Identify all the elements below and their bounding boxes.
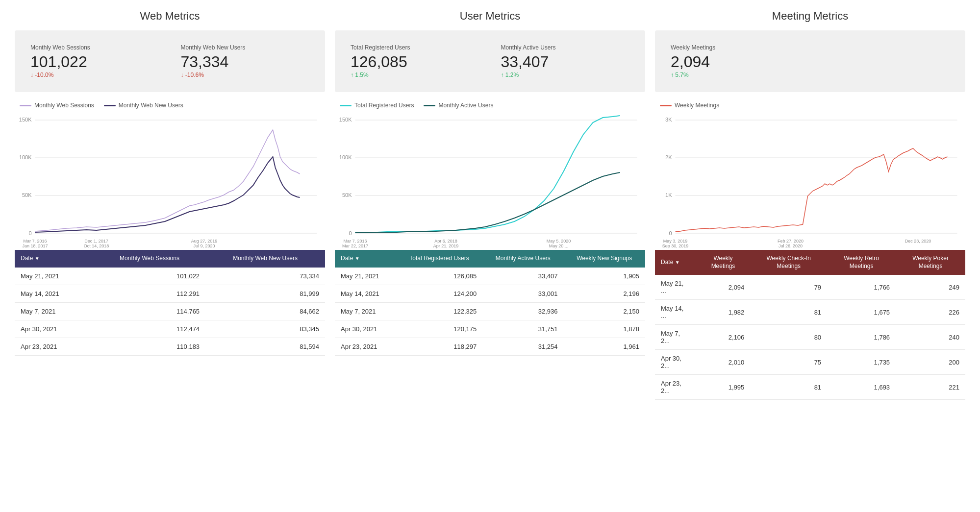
user-chart-legend: Total Registered Users Monthly Active Us… [335,102,645,109]
svg-text:150K: 150K [339,117,352,122]
user-table-cell-value: 122,325 [396,302,483,320]
user-table-cell-value: 2,196 [563,285,645,302]
user-table-cell-value: 120,175 [396,320,483,338]
web-sessions-legend-color [20,105,31,106]
web-table-cell-value: 112,474 [94,320,205,338]
meeting-table-cell-value: 249 [896,275,965,300]
meeting-table-col-weekly: Weekly Meetings [696,250,751,275]
monthly-active-kpi: Monthly Active Users 33,407 ↑ 1.2% [493,38,638,84]
web-table-col-new-users: Monthly Web New Users [205,250,325,268]
user-table-cell-date: May 14, 2021 [335,285,396,302]
weekly-meetings-legend-item: Weekly Meetings [660,102,719,109]
web-table-cell-value: 112,291 [94,285,205,302]
user-table-cell-date: May 7, 2021 [335,302,396,320]
meeting-table-col-poker: Weekly Poker Meetings [896,250,965,275]
user-table-col-date[interactable]: Date ▼ [335,250,396,268]
meeting-table-cell-value: 226 [896,300,965,325]
web-sessions-legend-item: Monthly Web Sessions [20,102,94,109]
svg-text:Mar 22, 2017: Mar 22, 2017 [342,244,368,248]
web-table-cell-value: 81,999 [205,285,325,302]
web-table-cell-date: May 7, 2021 [15,302,94,320]
user-table-col-signups: Weekly New Signups [563,250,645,268]
meeting-table-cell-value: 200 [896,350,965,375]
web-table-col-date[interactable]: Date ▼ [15,250,94,268]
meeting-table-cell-value: 240 [896,325,965,350]
meeting-table-cell-value: 1,766 [827,275,896,300]
weekly-meetings-kpi: Weekly Meetings 2,094 ↑ 5.7% [663,38,957,84]
svg-text:Dec 23, 2020: Dec 23, 2020 [905,239,931,244]
web-chart-legend: Monthly Web Sessions Monthly Web New Use… [15,102,325,109]
user-table-cell-date: Apr 23, 2021 [335,338,396,355]
user-table-row: Apr 23, 2021118,29731,2541,961 [335,338,645,355]
web-table-cell-value: 81,594 [205,338,325,355]
total-registered-value: 126,085 [351,54,479,70]
weekly-meetings-value: 2,094 [671,54,950,70]
svg-text:Apr 6, 2018: Apr 6, 2018 [434,239,457,244]
total-registered-change: ↑ 1.5% [351,72,479,78]
meeting-table-row: May 21, ...2,094791,766249 [655,275,965,300]
web-table-cell-value: 110,183 [94,338,205,355]
user-table-cell-date: Apr 30, 2021 [335,320,396,338]
user-table-cell-value: 33,001 [482,285,563,302]
svg-text:Mar 7, 2016: Mar 7, 2016 [23,239,47,244]
total-registered-kpi: Total Registered Users 126,085 ↑ 1.5% [343,38,487,84]
user-table-cell-value: 31,254 [482,338,563,355]
web-new-users-legend-label: Monthly Web New Users [119,102,183,109]
web-sessions-kpi: Monthly Web Sessions 101,022 ↓ -10.0% [23,38,167,84]
meeting-table-cell-value: 2,094 [696,275,751,300]
meeting-kpi-row: Weekly Meetings 2,094 ↑ 5.7% [655,30,965,92]
web-chart: 150K 100K 50K 0 Mar 7, 2016 Jan 18, [15,113,325,250]
user-table-cell-value: 126,085 [396,268,483,285]
svg-text:100K: 100K [19,154,32,160]
svg-text:Dec 1, 2017: Dec 1, 2017 [84,239,108,244]
user-table-row: Apr 30, 2021120,17531,7511,878 [335,320,645,338]
user-metrics-title: User Metrics [335,10,645,23]
user-chart: 150K 100K 50K 0 Mar 7, 2016 Mar 22, [335,113,645,250]
svg-text:100K: 100K [339,154,352,160]
meeting-table: Date ▼ Weekly Meetings Weekly Check-In M… [655,250,965,400]
meeting-table-cell-value: 80 [750,325,827,350]
meeting-table-row: Apr 30, 2...2,010751,735200 [655,350,965,375]
meeting-chart-legend: Weekly Meetings [655,102,965,109]
web-table-row: Apr 30, 2021112,47483,345 [15,320,325,338]
web-table-row: May 7, 2021114,76584,662 [15,302,325,320]
user-table-cell-date: May 21, 2021 [335,268,396,285]
svg-text:50K: 50K [342,192,352,198]
web-metrics-section: Web Metrics Monthly Web Sessions 101,022… [15,10,325,400]
user-table-section: Date ▼ Total Registered Users Monthly Ac… [335,250,645,356]
meeting-table-cell-date: Apr 23, 2... [655,375,696,400]
meeting-table-cell-date: May 14, ... [655,300,696,325]
meeting-table-cell-value: 1,786 [827,325,896,350]
weekly-meetings-legend-color [660,105,672,106]
user-metrics-section: User Metrics Total Registered Users 126,… [335,10,645,400]
meeting-table-col-date[interactable]: Date ▼ [655,250,696,275]
web-table-col-sessions: Monthly Web Sessions [94,250,205,268]
user-table-cell-value: 1,905 [563,268,645,285]
meeting-table-cell-value: 1,693 [827,375,896,400]
meeting-table-row: May 7, 2...2,106801,786240 [655,325,965,350]
monthly-active-legend-label: Monthly Active Users [438,102,493,109]
meeting-table-cell-value: 75 [750,350,827,375]
svg-text:1K: 1K [665,192,672,198]
dashboard: Web Metrics Monthly Web Sessions 101,022… [0,0,980,512]
svg-text:2K: 2K [665,154,672,160]
meeting-table-cell-date: May 21, ... [655,275,696,300]
weekly-meetings-label: Weekly Meetings [671,44,950,51]
web-sessions-label: Monthly Web Sessions [30,44,159,51]
meeting-chart-svg: 3K 2K 1K 0 May 3, 2019 Sep 30, 2019 Feb … [655,113,965,250]
meeting-date-sort-icon: ▼ [675,260,680,265]
web-table-cell-date: Apr 23, 2021 [15,338,94,355]
meeting-table-cell-value: 1,982 [696,300,751,325]
meeting-table-cell-value: 1,675 [827,300,896,325]
meeting-metrics-title: Meeting Metrics [655,10,965,23]
web-new-users-legend-color [104,105,116,106]
svg-text:50K: 50K [22,192,32,198]
svg-text:Apr 21, 2019: Apr 21, 2019 [433,244,459,248]
web-new-users-change: ↓ -10.6% [181,72,310,78]
meeting-table-cell-date: Apr 30, 2... [655,350,696,375]
user-table: Date ▼ Total Registered Users Monthly Ac… [335,250,645,356]
main-sections: Web Metrics Monthly Web Sessions 101,022… [15,10,965,400]
total-registered-legend-color [340,105,352,106]
web-table-row: Apr 23, 2021110,18381,594 [15,338,325,355]
web-sessions-value: 101,022 [30,54,159,70]
